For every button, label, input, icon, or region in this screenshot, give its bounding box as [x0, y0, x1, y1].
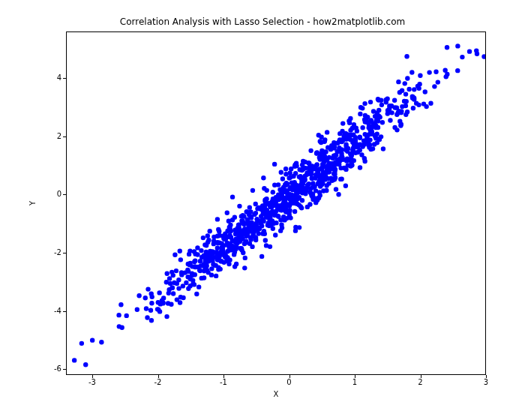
data-point[interactable]	[417, 82, 422, 86]
data-point[interactable]	[118, 302, 123, 307]
data-point[interactable]	[412, 87, 416, 92]
data-point[interactable]	[346, 118, 351, 123]
data-point[interactable]	[344, 136, 349, 141]
data-point[interactable]	[388, 118, 392, 122]
data-point[interactable]	[145, 315, 149, 320]
data-point[interactable]	[268, 211, 273, 215]
data-point[interactable]	[355, 128, 359, 133]
data-point[interactable]	[222, 237, 226, 242]
data-point[interactable]	[273, 202, 278, 207]
data-point[interactable]	[157, 290, 161, 295]
data-point[interactable]	[202, 242, 207, 247]
data-point[interactable]	[405, 76, 410, 80]
data-point[interactable]	[167, 276, 172, 280]
data-point[interactable]	[396, 80, 400, 84]
data-point[interactable]	[116, 313, 121, 317]
data-point[interactable]	[215, 217, 220, 221]
data-point[interactable]	[307, 182, 311, 186]
data-point[interactable]	[272, 162, 277, 166]
data-point[interactable]	[455, 68, 460, 73]
data-point[interactable]	[214, 274, 218, 278]
data-point[interactable]	[372, 142, 376, 146]
data-point[interactable]	[383, 98, 388, 102]
data-point[interactable]	[90, 338, 94, 342]
data-point[interactable]	[324, 183, 328, 188]
data-point[interactable]	[170, 285, 175, 290]
data-point[interactable]	[209, 272, 214, 277]
data-point[interactable]	[418, 74, 422, 78]
data-point[interactable]	[240, 232, 244, 236]
data-point[interactable]	[250, 244, 254, 249]
data-point[interactable]	[300, 198, 304, 202]
data-point[interactable]	[362, 159, 367, 164]
data-point[interactable]	[316, 178, 321, 183]
data-point[interactable]	[244, 232, 249, 237]
data-point[interactable]	[186, 286, 190, 291]
data-point[interactable]	[221, 243, 226, 248]
data-point[interactable]	[310, 197, 315, 202]
data-point[interactable]	[166, 291, 171, 296]
data-point[interactable]	[254, 202, 258, 206]
data-point[interactable]	[243, 228, 248, 232]
data-point[interactable]	[216, 265, 220, 269]
data-point[interactable]	[399, 109, 404, 113]
data-point[interactable]	[427, 70, 431, 74]
data-point[interactable]	[416, 103, 421, 107]
data-point[interactable]	[309, 191, 314, 196]
data-point[interactable]	[318, 193, 322, 197]
data-point[interactable]	[199, 276, 203, 280]
data-point[interactable]	[308, 148, 313, 153]
data-point[interactable]	[370, 124, 374, 129]
data-point[interactable]	[171, 291, 176, 296]
data-point[interactable]	[404, 54, 409, 58]
data-point[interactable]	[416, 86, 421, 91]
data-point[interactable]	[263, 238, 268, 242]
data-point[interactable]	[244, 239, 248, 244]
data-point[interactable]	[290, 193, 294, 197]
data-point[interactable]	[332, 177, 337, 182]
data-point[interactable]	[227, 225, 232, 230]
data-point[interactable]	[362, 101, 367, 106]
data-point[interactable]	[265, 188, 269, 193]
data-point[interactable]	[244, 209, 249, 214]
data-point[interactable]	[309, 172, 314, 176]
data-point[interactable]	[352, 150, 356, 154]
data-point[interactable]	[292, 209, 297, 214]
data-point[interactable]	[193, 272, 197, 277]
data-point[interactable]	[359, 152, 364, 157]
data-point[interactable]	[280, 226, 284, 230]
data-point[interactable]	[259, 205, 263, 209]
data-point[interactable]	[405, 110, 410, 114]
data-point[interactable]	[194, 292, 199, 296]
data-point[interactable]	[315, 170, 320, 175]
data-point[interactable]	[325, 168, 329, 172]
data-point[interactable]	[240, 220, 244, 224]
data-point[interactable]	[212, 235, 216, 239]
data-point[interactable]	[182, 270, 187, 274]
data-point[interactable]	[211, 262, 215, 266]
data-point[interactable]	[346, 146, 350, 151]
data-point[interactable]	[281, 197, 286, 202]
data-point[interactable]	[300, 186, 304, 190]
data-point[interactable]	[258, 221, 262, 226]
data-point[interactable]	[150, 295, 154, 299]
data-point[interactable]	[387, 106, 392, 111]
data-point[interactable]	[371, 109, 376, 113]
data-point[interactable]	[381, 146, 386, 151]
data-point[interactable]	[196, 284, 201, 289]
data-point[interactable]	[303, 160, 308, 164]
data-point[interactable]	[455, 44, 460, 48]
data-point[interactable]	[358, 112, 362, 116]
data-point[interactable]	[358, 136, 362, 140]
data-point[interactable]	[352, 145, 356, 149]
data-point[interactable]	[299, 206, 304, 210]
data-point[interactable]	[280, 176, 285, 181]
data-point[interactable]	[380, 103, 384, 107]
data-point[interactable]	[482, 54, 485, 58]
data-point[interactable]	[245, 217, 250, 221]
data-point[interactable]	[434, 70, 438, 74]
data-point[interactable]	[423, 89, 428, 94]
data-point[interactable]	[403, 81, 407, 86]
data-point[interactable]	[192, 260, 196, 264]
data-point[interactable]	[368, 100, 373, 104]
